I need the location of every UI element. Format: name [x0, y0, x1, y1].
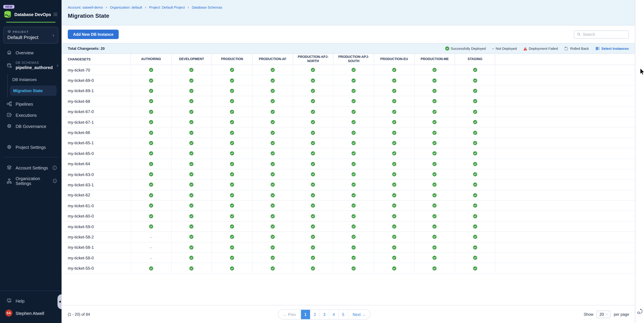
status-cell	[333, 263, 374, 273]
status-cell	[293, 263, 333, 273]
user-menu[interactable]: SA Stephen Atwell	[0, 306, 62, 320]
page-4-button[interactable]: 4	[329, 309, 338, 319]
check-circle-icon	[230, 193, 234, 197]
check-circle-icon	[149, 203, 153, 208]
sidebar-item-account-settings[interactable]: Account Settings i	[0, 162, 62, 173]
sidebar-item-organization-settings[interactable]: Organization Settings i	[0, 173, 62, 189]
check-circle-icon	[190, 172, 194, 176]
check-circle-icon	[445, 46, 449, 51]
check-circle-icon	[432, 224, 437, 228]
status-cell	[131, 65, 171, 75]
status-cell	[171, 76, 212, 85]
sidebar-item-help[interactable]: ? Help	[0, 295, 62, 306]
status-cell	[171, 86, 212, 96]
sidebar-item-pipelines[interactable]: Pipelines	[0, 98, 62, 109]
project-selector[interactable]: PROJECT Default Project ›	[3, 27, 58, 44]
check-circle-icon	[149, 151, 153, 155]
status-cell	[212, 201, 252, 211]
add-db-instance-button[interactable]: Add New DB Instance	[68, 30, 119, 39]
check-circle-icon	[230, 183, 234, 187]
search-box[interactable]	[574, 30, 629, 39]
check-circle-icon	[352, 193, 356, 197]
status-cell	[252, 76, 293, 85]
scrollbar-gutter	[635, 0, 644, 323]
status-cell	[293, 138, 333, 148]
table-row: my-ticket-61-0	[62, 201, 635, 211]
breadcrumb-link[interactable]: Organization: default	[110, 6, 142, 10]
status-cell	[212, 253, 252, 263]
status-cell	[455, 201, 495, 211]
sidebar-item-db-instances[interactable]: DB Instances	[8, 74, 62, 85]
check-circle-icon	[432, 99, 437, 103]
page-size-select[interactable]: 20 ›	[596, 310, 611, 318]
sidebar-collapse-handle[interactable]	[58, 294, 62, 309]
column-header: PRODUCTION-EU	[374, 54, 414, 65]
status-cell	[414, 169, 455, 179]
chevron-right-icon: ›	[57, 63, 58, 68]
status-cell	[414, 201, 455, 211]
status-cell	[293, 117, 333, 127]
page-5-button[interactable]: 5	[338, 309, 348, 319]
check-circle-icon	[392, 89, 396, 93]
check-circle-icon	[432, 78, 437, 82]
status-cell	[252, 242, 293, 252]
status-cell	[131, 263, 171, 273]
status-cell	[414, 117, 455, 127]
search-input[interactable]	[583, 32, 626, 37]
changeset-name: my-ticket-63-1	[62, 180, 130, 190]
status-cell	[333, 180, 374, 190]
sidebar-item-migration-state[interactable]: Migration State	[10, 86, 57, 96]
select-instances-button[interactable]: Select Instances	[596, 46, 629, 51]
page-3-button[interactable]: 3	[319, 309, 329, 319]
status-cell	[374, 149, 414, 158]
status-cell	[212, 263, 252, 273]
changeset-name: my-ticket-69-1	[62, 86, 130, 96]
check-circle-icon	[311, 256, 315, 260]
table-header-row: CHANGESETSAUTHORINGDEVELOPMENTPRODUCTION…	[62, 54, 635, 65]
check-circle-icon	[311, 110, 315, 114]
check-circle-icon	[270, 235, 275, 239]
status-cell	[252, 65, 293, 75]
check-circle-icon	[230, 224, 234, 228]
status-cell	[212, 169, 252, 179]
info-icon: i	[52, 165, 57, 169]
check-circle-icon	[392, 235, 396, 239]
column-header: PRODUCTION-ME	[414, 54, 455, 65]
check-circle-icon	[352, 162, 356, 166]
status-cell	[212, 65, 252, 75]
next-page-button[interactable]: Next →	[348, 309, 370, 319]
project-name: Default Project	[8, 35, 54, 40]
page-1-button[interactable]: 1	[300, 309, 310, 319]
check-circle-icon	[392, 214, 396, 218]
status-cell	[131, 159, 171, 169]
status-cell	[252, 149, 293, 158]
sidebar-item-db-schemas[interactable]: DB SCHEMAS pipeline_authored ›	[0, 58, 62, 73]
check-circle-icon	[190, 78, 194, 82]
status-cell	[212, 211, 252, 221]
app-switcher-icon[interactable]	[54, 12, 58, 17]
sidebar-item-overview[interactable]: Overview	[0, 47, 62, 58]
check-circle-icon	[473, 68, 477, 72]
sidebar-item-db-governance[interactable]: DB Governance	[0, 121, 62, 132]
status-cell	[414, 128, 455, 138]
column-header: STAGING	[455, 54, 495, 65]
status-cell	[374, 159, 414, 169]
status-cell	[293, 96, 333, 106]
status-cell	[414, 232, 455, 242]
status-cell	[374, 107, 414, 117]
support-chat-icon[interactable]	[637, 308, 643, 314]
changeset-name: my-ticket-70	[62, 65, 130, 75]
sidebar-item-executions[interactable]: Executions	[0, 109, 62, 121]
check-circle-icon	[270, 193, 275, 197]
check-circle-icon	[392, 120, 396, 124]
sidebar-item-project-settings[interactable]: Project Settings	[0, 141, 62, 153]
breadcrumb-link[interactable]: Project: Default Project	[149, 6, 185, 10]
prev-page-button[interactable]: ← Prev	[278, 309, 300, 319]
breadcrumb-link[interactable]: Database Schemas	[192, 6, 222, 10]
breadcrumb-link[interactable]: Account: satwell-demo	[68, 6, 103, 10]
page-2-button[interactable]: 2	[310, 309, 319, 319]
check-circle-icon	[270, 266, 275, 270]
breadcrumb-separator: ›	[188, 6, 189, 10]
dash-icon: –	[150, 235, 152, 239]
layers-icon	[6, 165, 12, 170]
